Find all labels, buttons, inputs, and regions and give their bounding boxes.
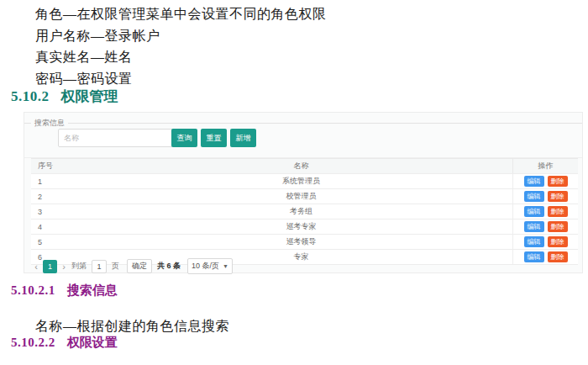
search-legend-label: 搜索信息	[31, 118, 68, 129]
role-name: 考务组	[90, 206, 512, 217]
section-heading-permission-management: 5.10.2权限管理	[11, 87, 118, 106]
row-actions: 编辑 删除	[512, 204, 578, 219]
next-page-icon[interactable]: ›	[59, 262, 69, 272]
section-title: 权限设置	[67, 336, 118, 349]
edit-button[interactable]: 编辑	[524, 191, 544, 202]
page-1-button[interactable]: 1	[43, 260, 57, 273]
row-actions: 编辑 删除	[512, 250, 578, 264]
body-text-line: 角色—在权限管理菜单中会设置不同的角色权限	[35, 3, 327, 25]
table-header-row: 序号 名称 操作	[31, 158, 578, 174]
header-name: 名称	[90, 161, 512, 172]
section-number: 5.10.2	[11, 88, 50, 104]
row-actions: 编辑 删除	[512, 235, 578, 249]
goto-label: 到第	[71, 261, 87, 272]
role-name: 系统管理员	[90, 176, 512, 187]
header-actions: 操作	[512, 159, 578, 173]
row-number: 5	[31, 238, 90, 246]
prev-page-icon[interactable]: ‹	[31, 262, 41, 272]
roles-table: 序号 名称 操作 1 系统管理员 编辑 删除 2 校管理员 编辑 删除	[31, 158, 578, 265]
confirm-button[interactable]: 确定	[127, 259, 152, 273]
body-text-line: 真实姓名—姓名	[35, 46, 327, 68]
table-row: 1 系统管理员 编辑 删除	[31, 174, 578, 189]
row-actions: 编辑 删除	[512, 220, 578, 234]
section-heading-search-info: 5.10.2.1搜索信息	[11, 283, 118, 299]
row-number: 4	[31, 223, 90, 231]
section-number: 5.10.2.2	[11, 336, 55, 349]
section-number: 5.10.2.1	[11, 283, 55, 297]
edit-button[interactable]: 编辑	[524, 206, 544, 217]
edit-button[interactable]: 编辑	[524, 176, 544, 187]
row-number: 1	[31, 177, 90, 186]
role-name: 巡考专家	[90, 221, 512, 232]
delete-button[interactable]: 删除	[548, 191, 568, 202]
table-row: 5 巡考领导 编辑 删除	[31, 235, 578, 250]
divider	[68, 123, 582, 124]
role-name: 校管理员	[90, 191, 512, 202]
query-button[interactable]: 查询	[171, 129, 197, 147]
name-search-input[interactable]	[58, 129, 177, 147]
intro-paragraphs: 角色—在权限管理菜单中会设置不同的角色权限 用户名称—登录帐户 真实姓名—姓名 …	[35, 3, 327, 89]
row-number: 3	[31, 208, 90, 216]
delete-button[interactable]: 删除	[548, 176, 568, 187]
row-actions: 编辑 删除	[512, 174, 578, 188]
row-actions: 编辑 删除	[512, 189, 578, 204]
edit-button[interactable]: 编辑	[524, 236, 544, 247]
section-heading-permission-settings: 5.10.2.2权限设置	[11, 335, 118, 351]
body-text-line: 名称—根据创建的角色信息搜索	[35, 318, 229, 336]
role-name: 巡考领导	[90, 236, 512, 247]
section-title: 搜索信息	[67, 283, 118, 297]
body-text-line: 用户名称—登录帐户	[35, 25, 327, 47]
table-row: 4 巡考专家 编辑 删除	[31, 220, 578, 235]
edit-button[interactable]: 编辑	[524, 251, 544, 262]
page-size-select[interactable]: 10 条/页 ▼	[187, 258, 233, 274]
app-screenshot-panel: 搜索信息 查询 重置 新增 序号 名称 操作 1 系统管理员 编辑 删除	[24, 112, 583, 273]
pagination-bar: ‹ 1 › 到第 页 确定 共 6 条 10 条/页 ▼	[31, 258, 233, 274]
table-row: 3 考务组 编辑 删除	[31, 204, 578, 220]
goto-unit-label: 页	[112, 261, 119, 272]
table-row: 2 校管理员 编辑 删除	[31, 189, 578, 204]
chevron-down-icon: ▼	[223, 263, 228, 269]
delete-button[interactable]: 删除	[548, 206, 568, 217]
search-section: 搜索信息 查询 重置 新增	[24, 113, 582, 158]
search-legend-row: 搜索信息	[24, 118, 582, 129]
delete-button[interactable]: 删除	[548, 236, 568, 247]
section-title: 权限管理	[61, 88, 118, 104]
total-count-label: 共 6 条	[157, 261, 181, 272]
goto-page-input[interactable]	[92, 260, 107, 273]
divider	[24, 123, 31, 124]
reset-button[interactable]: 重置	[201, 129, 227, 147]
row-number: 2	[31, 193, 90, 201]
add-button[interactable]: 新增	[230, 129, 256, 147]
delete-button[interactable]: 删除	[548, 221, 568, 232]
page-size-value: 10 条/页	[192, 261, 219, 272]
delete-button[interactable]: 删除	[548, 251, 568, 262]
header-serial: 序号	[31, 161, 90, 172]
edit-button[interactable]: 编辑	[524, 221, 544, 232]
